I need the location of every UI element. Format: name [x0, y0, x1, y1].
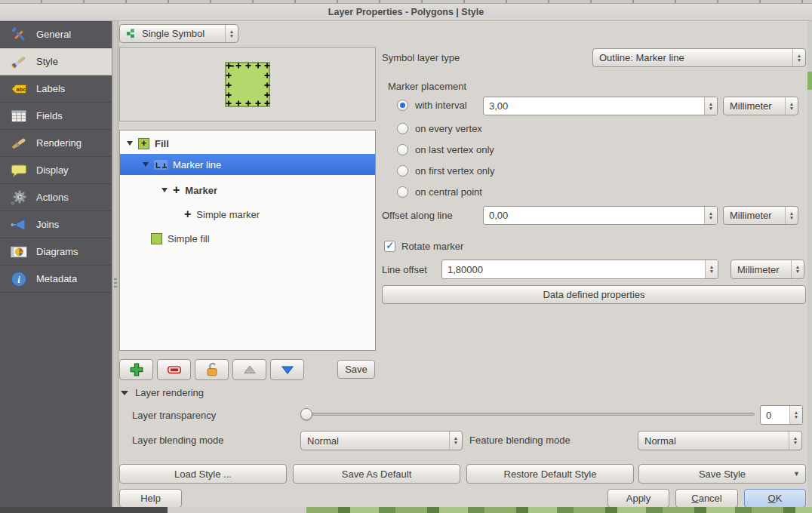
line-offset-label: Line offset [382, 264, 427, 275]
symbol-layer-tree: + Fill Marker line + Marker + Simple mar… [119, 130, 376, 351]
radio-button-icon[interactable] [397, 186, 408, 198]
line-offset-unit-select[interactable]: Millimeter ▲▼ [730, 260, 804, 279]
sidebar-item-metadata[interactable]: i Metadata [0, 266, 112, 293]
sidebar-item-rendering[interactable]: Rendering [0, 130, 112, 157]
join-arrow-icon [9, 215, 29, 235]
tree-row-fill[interactable]: + Fill [120, 133, 375, 154]
sidebar-item-label: Style [36, 56, 58, 67]
table-icon [9, 106, 29, 126]
move-down-button[interactable] [270, 359, 304, 380]
cancel-button[interactable]: Cancel [675, 489, 738, 508]
expander-icon[interactable] [143, 162, 149, 167]
rotate-marker-checkbox[interactable] [384, 241, 395, 252]
layer-rendering-section-header[interactable]: Layer rendering [121, 387, 204, 398]
window-titlebar: Layer Properties - Polygons | Style [0, 4, 812, 21]
sidebar-item-label: Display [36, 164, 69, 176]
pie-chart-icon [9, 242, 29, 262]
tools-icon [9, 25, 29, 45]
sidebar-item-display[interactable]: Display [0, 157, 112, 184]
single-symbol-icon [126, 28, 137, 39]
tree-row-marker-line[interactable]: Marker line [120, 154, 375, 175]
sidebar-item-label: Actions [36, 192, 69, 203]
offset-unit-select[interactable]: Millimeter ▲▼ [723, 206, 798, 225]
sidebar-item-label: Labels [36, 83, 65, 94]
layer-blending-label: Layer blending mode [132, 435, 223, 446]
sidebar-item-label: Metadata [36, 273, 77, 284]
panel-splitter[interactable] [112, 21, 118, 507]
sidebar-item-joins[interactable]: Joins [0, 211, 112, 238]
radio-button-icon[interactable] [397, 100, 408, 111]
sidebar-item-label: General [36, 29, 71, 40]
spinner-arrows-icon[interactable]: ▲▼ [789, 406, 802, 424]
sidebar-item-style[interactable]: Style [0, 48, 112, 75]
spinner-arrows-icon[interactable]: ▲▼ [791, 260, 804, 278]
dropdown-arrow-icon: ▼ [793, 470, 800, 478]
restore-default-style-button[interactable]: Restore Default Style [466, 464, 634, 484]
layer-blending-select[interactable]: Normal ▲▼ [300, 431, 463, 450]
save-style-menu-button[interactable]: Save Style ▼ [638, 464, 806, 484]
spinner-arrows-icon[interactable]: ▲▼ [789, 432, 801, 450]
tree-row-simple-marker[interactable]: + Simple marker [120, 204, 375, 225]
line-offset-spinbox[interactable]: 1,80000 ▲▼ [441, 260, 718, 279]
symbol-layer-type-select[interactable]: Outline: Marker line ▲▼ [592, 48, 806, 67]
gear-icon [9, 188, 29, 207]
apply-button[interactable]: Apply [607, 489, 669, 508]
offset-along-line-label: Offset along line [382, 210, 453, 221]
svg-text:abc: abc [17, 86, 26, 93]
offset-along-line-spinbox[interactable]: 0,00 ▲▼ [483, 206, 718, 225]
sidebar-item-actions[interactable]: Actions [0, 184, 112, 211]
add-symbol-layer-button[interactable] [119, 359, 153, 380]
renderer-select[interactable]: Single Symbol ▲▼ [119, 24, 238, 43]
lock-button[interactable] [195, 359, 229, 380]
load-style-button[interactable]: Load Style ... [119, 464, 287, 484]
radio-button-icon[interactable] [397, 123, 408, 134]
ok-button[interactable]: OK [744, 489, 806, 508]
radio-on-central-point[interactable]: on central point [397, 186, 482, 198]
spinner-arrows-icon[interactable]: ▲▼ [785, 207, 798, 224]
simple-marker-icon: + [184, 209, 191, 220]
spinner-arrows-icon[interactable]: ▲▼ [704, 97, 717, 115]
spinner-arrows-icon[interactable]: ▲▼ [449, 432, 462, 450]
save-as-default-button[interactable]: Save As Default [293, 464, 460, 484]
symbol-preview [119, 47, 376, 121]
save-symbol-button[interactable]: Save [337, 360, 375, 379]
background-light-edge [168, 507, 306, 513]
radio-on-last-vertex-only[interactable]: on last vertex only [397, 144, 494, 155]
help-button[interactable]: Help [119, 489, 182, 508]
spinner-arrows-icon[interactable]: ▲▼ [785, 97, 798, 115]
transparency-slider-handle[interactable] [300, 408, 312, 420]
map-sliver [807, 72, 812, 90]
transparency-slider-track[interactable] [301, 413, 755, 416]
window-title: Layer Properties - Polygons | Style [328, 7, 484, 17]
layer-transparency-label: Layer transparency [132, 410, 216, 421]
line-offset-value: 1,80000 [442, 264, 705, 275]
sidebar-item-fields[interactable]: Fields [0, 103, 112, 130]
interval-spinbox[interactable]: 3,00 ▲▼ [483, 97, 718, 115]
svg-text:i: i [17, 274, 20, 285]
move-up-button[interactable] [232, 359, 266, 380]
expander-icon[interactable] [161, 188, 168, 192]
radio-button-icon[interactable] [397, 144, 408, 155]
radio-button-icon[interactable] [397, 165, 408, 177]
interval-unit-select[interactable]: Millimeter ▲▼ [723, 97, 798, 115]
transparency-spinbox[interactable]: 0 ▲▼ [760, 405, 803, 425]
sidebar-item-general[interactable]: General [0, 21, 112, 48]
radio-on-first-vertex-only[interactable]: on first vertex only [397, 165, 495, 177]
spinner-arrows-icon[interactable]: ▲▼ [225, 25, 238, 42]
sidebar-item-labels[interactable]: abc Labels [0, 75, 112, 103]
expander-icon[interactable] [127, 141, 133, 146]
tree-row-marker[interactable]: + Marker [120, 180, 375, 201]
radio-on-every-vertex[interactable]: on every vertex [397, 123, 482, 134]
sidebar: General Style abc [0, 21, 112, 507]
radio-with-interval[interactable]: with interval [397, 100, 467, 111]
remove-symbol-layer-button[interactable] [157, 359, 191, 380]
map-canvas-sliver [306, 507, 812, 513]
tree-label: Simple fill [168, 233, 210, 244]
feature-blending-select[interactable]: Normal ▲▼ [638, 431, 802, 450]
data-defined-properties-button[interactable]: Data defined properties [382, 285, 806, 304]
sidebar-item-diagrams[interactable]: Diagrams [0, 238, 112, 266]
spinner-arrows-icon[interactable]: ▲▼ [705, 260, 718, 278]
spinner-arrows-icon[interactable]: ▲▼ [704, 207, 717, 224]
tree-row-simple-fill[interactable]: + Simple fill [120, 228, 375, 249]
spinner-arrows-icon[interactable]: ▲▼ [792, 49, 805, 66]
